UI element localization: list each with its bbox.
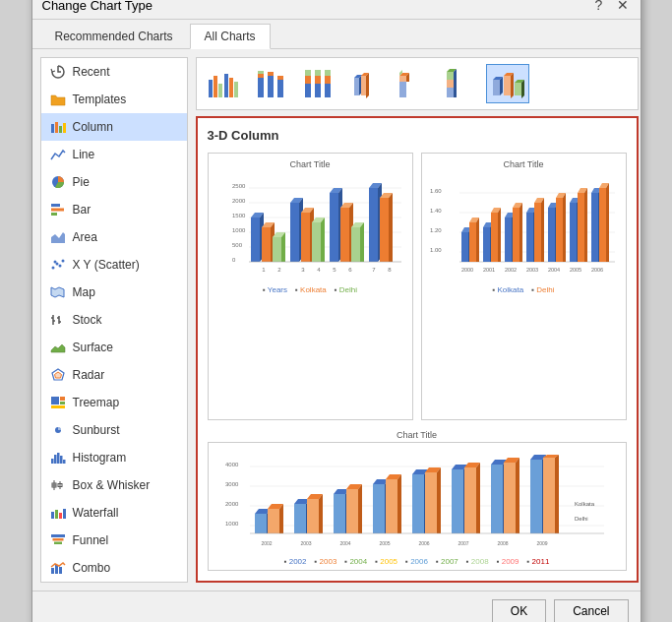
sidebar-item-radar[interactable]: Radar <box>41 361 187 389</box>
svg-rect-63 <box>305 76 311 84</box>
svg-rect-228 <box>412 474 424 533</box>
chart-type-3d-clustered[interactable] <box>344 64 388 103</box>
tab-all-charts[interactable]: All Charts <box>190 24 271 49</box>
svg-marker-92 <box>511 73 514 98</box>
chart-type-100-stacked-column[interactable] <box>297 64 340 103</box>
svg-text:0: 0 <box>232 257 236 263</box>
svg-rect-49 <box>209 80 213 97</box>
svg-rect-82 <box>447 88 454 97</box>
chart-type-3d-stacked[interactable] <box>392 64 435 103</box>
titlebar-controls: ? ✕ <box>591 0 631 13</box>
svg-rect-43 <box>51 534 65 537</box>
radar-icon <box>49 366 67 384</box>
svg-marker-21 <box>51 344 65 352</box>
svg-text:6: 6 <box>348 267 352 273</box>
svg-rect-33 <box>63 460 66 464</box>
chart-type-3d-100-stacked[interactable] <box>439 64 482 103</box>
svg-text:3: 3 <box>301 267 305 273</box>
svg-rect-39 <box>51 512 54 519</box>
sidebar-item-combo[interactable]: Combo <box>41 554 187 582</box>
box-whisker-icon <box>49 476 67 494</box>
sidebar-item-surface[interactable]: Surface <box>41 334 187 361</box>
svg-marker-125 <box>321 218 325 262</box>
sidebar-item-treemap[interactable]: Treemap <box>41 389 187 416</box>
svg-rect-258 <box>504 463 516 533</box>
sidebar-item-scatter[interactable]: X Y (Scatter) <box>41 251 187 279</box>
preview-chart-2: Chart Title 1.60 1.40 1.20 1.00 <box>421 153 627 420</box>
sidebar: Recent Templates Colu <box>40 57 188 583</box>
svg-rect-48 <box>59 567 62 574</box>
svg-rect-117 <box>290 203 299 262</box>
svg-marker-86 <box>454 69 457 97</box>
sidebar-label-radar: Radar <box>73 368 105 382</box>
cancel-button[interactable]: Cancel <box>554 599 628 622</box>
svg-text:500: 500 <box>232 242 243 248</box>
svg-rect-246 <box>346 489 358 533</box>
svg-rect-129 <box>340 208 349 262</box>
sidebar-item-bar[interactable]: Bar <box>41 196 187 223</box>
sidebar-item-funnel[interactable]: Funnel <box>41 527 187 554</box>
pie-icon <box>49 173 67 191</box>
sidebar-item-column[interactable]: Column <box>41 113 187 141</box>
chart2-title: Chart Title <box>503 159 543 169</box>
sidebar-item-line[interactable]: Line <box>41 141 187 168</box>
svg-marker-95 <box>521 80 524 98</box>
sidebar-label-combo: Combo <box>73 561 111 575</box>
svg-rect-46 <box>51 568 54 574</box>
sidebar-item-pie[interactable]: Pie <box>41 168 187 196</box>
sidebar-label-area: Area <box>73 230 97 244</box>
sidebar-item-sunburst[interactable]: Sunburst <box>41 416 187 444</box>
svg-rect-41 <box>59 513 62 519</box>
sidebar-item-recent[interactable]: Recent <box>41 58 187 86</box>
svg-text:2006: 2006 <box>418 540 429 546</box>
svg-rect-68 <box>325 84 331 97</box>
svg-rect-78 <box>399 76 406 82</box>
map-icon <box>49 283 67 301</box>
svg-rect-261 <box>543 458 555 533</box>
svg-rect-93 <box>515 83 521 95</box>
sidebar-item-waterfall[interactable]: Waterfall <box>41 499 187 527</box>
svg-rect-40 <box>55 510 58 519</box>
treemap-icon <box>49 394 67 411</box>
svg-rect-69 <box>325 76 331 84</box>
svg-rect-31 <box>57 453 60 464</box>
sidebar-item-stock[interactable]: Stock <box>41 306 187 334</box>
svg-rect-54 <box>234 82 238 97</box>
svg-point-9 <box>51 267 54 270</box>
chart-type-clustered-column[interactable] <box>203 64 246 103</box>
preview-title: 3-D Column <box>208 128 627 143</box>
surface-icon <box>49 339 67 356</box>
sidebar-item-histogram[interactable]: Histogram <box>41 444 187 471</box>
svg-rect-47 <box>55 565 58 574</box>
sidebar-item-box-whisker[interactable]: Box & Whisker <box>41 471 187 499</box>
scatter-icon <box>49 256 67 274</box>
close-button[interactable]: ✕ <box>615 0 631 13</box>
funnel-icon <box>49 531 67 549</box>
svg-text:2005: 2005 <box>379 540 390 546</box>
sidebar-item-area[interactable]: Area <box>41 223 187 251</box>
svg-rect-165 <box>483 227 490 262</box>
svg-marker-170 <box>498 208 501 262</box>
svg-rect-126 <box>330 193 338 262</box>
dialog-body: Recent Templates Colu <box>32 49 641 591</box>
svg-text:2001: 2001 <box>482 267 494 273</box>
sidebar-label-pie: Pie <box>73 175 90 189</box>
bar-icon <box>49 201 67 218</box>
svg-text:1.60: 1.60 <box>430 188 442 194</box>
svg-marker-164 <box>476 218 479 262</box>
svg-rect-55 <box>258 78 264 97</box>
chart-type-stacked-column[interactable] <box>250 64 293 103</box>
sidebar-label-sunburst: Sunburst <box>73 423 120 437</box>
svg-rect-216 <box>255 514 267 533</box>
help-button[interactable]: ? <box>591 0 607 13</box>
sidebar-item-templates[interactable]: Templates <box>41 86 187 113</box>
tab-recommended[interactable]: Recommended Charts <box>40 24 188 48</box>
chart-type-3d-column[interactable] <box>486 64 529 103</box>
sidebar-item-map[interactable]: Map <box>41 279 187 306</box>
svg-text:2004: 2004 <box>547 267 559 273</box>
svg-text:2000: 2000 <box>225 501 239 507</box>
ok-button[interactable]: OK <box>492 599 546 622</box>
svg-text:1000: 1000 <box>225 521 239 527</box>
sidebar-label-stock: Stock <box>73 313 102 327</box>
svg-text:1: 1 <box>262 267 266 273</box>
